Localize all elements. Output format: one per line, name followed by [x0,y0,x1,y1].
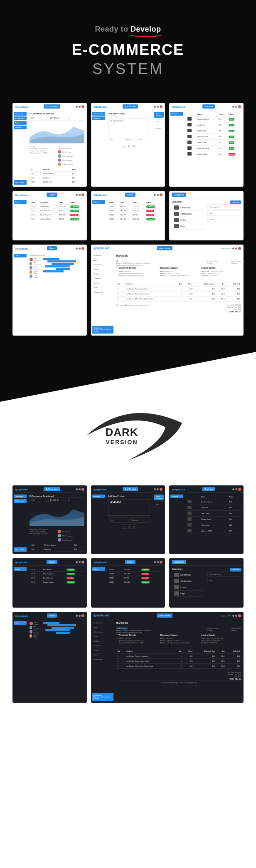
sidebar-item[interactable]: E-Commerce [14,116,27,120]
screenshot-dark-add-product: ◎digiboard Add Product Products Add New … [91,485,165,554]
dark-version-badge: DARK VERSION [12,402,244,469]
hero-section: Ready to Develop E-COMMERCE SYSTEM ◎digi… [0,0,256,352]
breadcrumb: E-Commerce [44,104,60,109]
screenshot-orders-1: ◎digiboard Orders Orders OrderCustomerTo… [12,191,87,240]
screenshot-categories: Categories Categories Electronics Access… [169,191,244,240]
screenshot-dashboard: ◎digiboard E-Commerce Dashboard E-Commer… [12,103,87,187]
customer-details: Customer Details: Name: John Doe Email: … [119,267,157,277]
screenshot-users-gantt: ◎digiboard Users Users User Activity Tim… [12,245,87,336]
area-chart [30,123,84,143]
brand-logo: ◎digiboard [94,105,107,108]
dark-badge-sub: VERSION [105,439,138,445]
screenshot-dark-dashboard: ◎digiboard E-Commerce Dashboard E-Commer… [12,485,87,554]
footer: Copyright 2021 All Rights Reserved by Di… [116,680,241,685]
brand-logo: ◎digiboard [15,105,28,108]
editor-toolbar[interactable] [110,120,149,122]
header-icons [76,105,84,108]
table-row[interactable]: Laptop Sleeve$19Inactive [186,151,241,157]
dark-version-section: DARK VERSION ◎digiboard E-Commerce Dashb… [0,352,256,720]
rich-text-editor[interactable] [108,119,150,135]
dark-screenshots-grid: ◎digiboard E-Commerce Dashboard E-Commer… [12,485,244,703]
screenshot-dark-categories: Categories Categories Electronics Access… [169,558,244,608]
hero-title-block: Ready to Develop E-COMMERCE SYSTEM [12,25,244,78]
dark-badge-title: DARK [105,426,138,439]
language-switch[interactable]: Language: EN [220,247,231,250]
save-button[interactable]: Save Product [154,112,164,118]
table-row[interactable]: Wireless Mouse$29Active [186,116,241,122]
screenshot-product-list: ◎digiboard Products Products NamePriceSt… [169,103,244,187]
screenshot-dark-users-gantt: ◎digiboard Users Users Alex Rivera Mia T… [12,612,87,703]
table-row[interactable]: Monitor Stand$45Active [186,134,241,140]
hero-title-main: E-COMMERCE [12,41,244,59]
table-row[interactable]: Keyboard$59Active [186,122,241,128]
table-row[interactable]: Webcam 1080p$79Active [186,146,241,151]
hero-subtitle: Ready to Develop [12,25,244,34]
screenshot-dark-invoice: ◎digiboard View Invoice Language: EN Das… [91,612,244,703]
screenshot-dark-product-list: ◎digiboard Products Products NamePrice W… [169,485,244,554]
subtitle-prefix: Ready to [95,25,128,33]
screenshot-orders-2: ◎digiboard Orders Orders OrderDateTotalS… [91,191,165,240]
sidebar-item[interactable]: Dashboard [14,112,27,116]
invoice-details: Invoice Details: Invoice No.: INV-075826… [201,267,239,277]
table-row[interactable]: Desk Lamp$22Active [186,140,241,146]
screenshot-invoice: ◎digiboard View Invoice Language: EN Das… [91,245,244,336]
add-button[interactable]: Add new [230,200,241,204]
light-screenshots-grid: ◎digiboard E-Commerce Dashboard E-Commer… [12,103,244,336]
sidebar-item[interactable]: Products [14,126,27,129]
sidebar-item[interactable]: Orders [14,121,27,125]
breadcrumb: View Invoice [157,246,172,250]
invoice-line-items: No.Products QtyPrice Shipping CostTax Su… [116,282,241,302]
help-center-card[interactable]: Help Center We're here to help you with … [92,326,113,334]
screenshot-dark-orders-2: ◎digiboard Orders Orders #3120$128.00Com… [91,558,165,608]
breadcrumb: Products [202,104,215,109]
screenshot-dark-orders-1: ◎digiboard Orders Orders #3120Alex River… [12,558,87,608]
hero-title-sub: SYSTEM [12,60,244,78]
subtitle-accent: Develop [130,25,161,34]
table-row[interactable]: USB-C Hub$39Active [186,128,241,134]
product-table: NamePriceStatus Wireless Mouse$29Active … [186,112,241,157]
breadcrumb: Add Product [123,104,138,109]
sidebar: Dashboard Apps E-Commerce Orders Product… [91,252,114,335]
sidebar: Dashboard E-Commerce Orders Products Hel… [13,110,27,186]
page-title: Invoices [116,254,241,257]
help-center[interactable]: Help Center [14,180,27,185]
shipping-address: Shipping Address: Name: John Doe Phone: … [160,267,197,277]
screenshot-add-product: ◎digiboard Add Product E-Commerce Produc… [91,103,165,187]
